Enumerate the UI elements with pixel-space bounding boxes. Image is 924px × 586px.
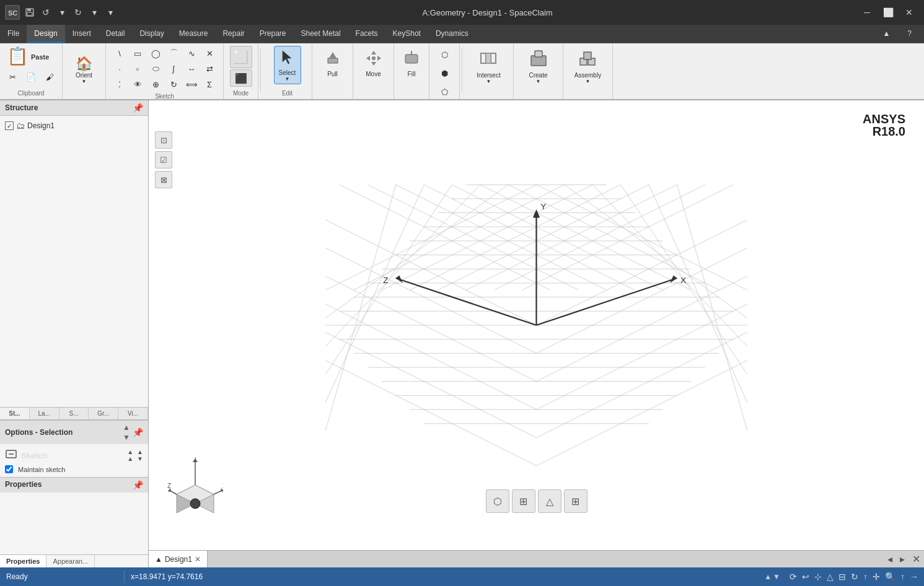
menu-facets[interactable]: Facets [348, 25, 385, 43]
menu-design[interactable]: Design [27, 25, 64, 43]
vp-options-btn[interactable]: ⊞ [564, 489, 587, 513]
status-up-arrow[interactable]: ▲ [764, 572, 772, 581]
scroll-right-up[interactable]: ▲ [137, 448, 143, 455]
viewport-canvas[interactable]: ANSYS R18.0 [149, 100, 924, 550]
copy-button[interactable]: 📄 [22, 69, 40, 84]
edit-extra-btn1[interactable]: ⬡ [433, 46, 455, 63]
save-button[interactable] [22, 5, 37, 20]
format-painter-button[interactable]: 🖌 [41, 69, 58, 84]
sketch-arc1-button[interactable]: ⌒ [165, 46, 182, 61]
status-rotate-icon[interactable]: ⟳ [788, 572, 799, 582]
scroll-down-arrow[interactable]: ▼ [123, 433, 130, 442]
assembly-button[interactable]: Assembly ▼ [571, 46, 605, 87]
status-up2-icon[interactable]: ↑ [899, 572, 907, 582]
options-pin-icon[interactable]: 📌 [133, 427, 143, 437]
select-button[interactable]: Select ▼ [274, 46, 301, 84]
sketch-dot-button[interactable]: ⁚ [111, 77, 128, 92]
viewport-icon-3[interactable]: ⊠ [155, 171, 172, 188]
sketch-point-button[interactable]: · [111, 61, 128, 76]
collapse-up[interactable]: ▲ [127, 448, 133, 455]
tab-structure[interactable]: St... [0, 408, 30, 419]
status-cross-icon[interactable]: ✛ [871, 572, 882, 582]
menu-sheet-metal[interactable]: Sheet Metal [294, 25, 348, 43]
status-arrow-icon[interactable]: → [908, 572, 920, 582]
sketch-sigma-button[interactable]: Σ [201, 77, 218, 92]
sketch-extend-button[interactable]: ↔ [183, 61, 200, 76]
menu-prepare[interactable]: Prepare [252, 25, 294, 43]
scroll-right-down[interactable]: ▼ [137, 455, 143, 462]
orient-button[interactable]: 🏠 Orient ▼ [71, 46, 98, 95]
tab-nav-prev[interactable]: ◂ [884, 553, 896, 565]
maintain-sketch-checkbox[interactable] [5, 465, 13, 473]
bottom-tab-appearance[interactable]: Appearan... [46, 555, 95, 567]
menu-help[interactable]: ? [900, 29, 919, 39]
collapse-down[interactable]: ▲ [127, 455, 133, 462]
sketch-rect-button[interactable]: ▭ [129, 46, 146, 61]
sketch-trim-button[interactable]: ✕ [201, 46, 218, 61]
tab-views[interactable]: Vi... [118, 408, 148, 419]
nav-cube[interactable]: Y X Z [167, 457, 223, 513]
sketch-mirror-button[interactable]: ⟺ [183, 77, 200, 92]
sketch-offset-button[interactable]: ⇄ [201, 61, 218, 76]
status-up-icon[interactable]: △ [825, 572, 835, 582]
viewport-icon-2[interactable]: ☑ [155, 151, 172, 168]
vp-display-btn[interactable]: ⬡ [486, 489, 509, 513]
move-button[interactable]: Move [360, 46, 387, 81]
sketch-spline-button[interactable]: ∿ [183, 46, 200, 61]
design1-tree-item[interactable]: ✓ 🗂 Design1 [5, 120, 143, 132]
customize-qat[interactable]: ▾ [103, 5, 118, 20]
sketch-circle-button[interactable]: ◯ [147, 46, 164, 61]
status-cursor-icon[interactable]: ⊹ [812, 572, 824, 582]
status-select-icon[interactable]: ⊟ [837, 572, 848, 582]
mode-btn1[interactable]: ⬜ [230, 46, 252, 68]
design1-tab[interactable]: ▲ Design1 ✕ [149, 551, 208, 567]
tab-groups[interactable]: Gr... [89, 408, 118, 419]
status-move-icon[interactable]: ↑ [861, 572, 869, 582]
menu-display[interactable]: Display [132, 25, 171, 43]
menu-measure[interactable]: Measure [172, 25, 216, 43]
redo-button[interactable]: ↻ [71, 5, 86, 20]
menu-expand[interactable]: ▲ [875, 29, 897, 39]
viewport-icon-1[interactable]: ⊡ [155, 131, 172, 149]
pin-icon[interactable]: 📌 [133, 103, 143, 113]
menu-insert[interactable]: Insert [65, 25, 99, 43]
sketch-line-button[interactable]: \ [111, 46, 128, 61]
edit-extra-btn2[interactable]: ⬢ [433, 64, 455, 82]
tab-close-btn[interactable]: ✕ [195, 555, 201, 564]
create-button[interactable]: Create ▼ [525, 46, 552, 87]
mode-btn2[interactable]: ⬛ [230, 69, 252, 87]
sketch-ellipse-button[interactable]: ⬭ [147, 61, 164, 76]
sketch-arc2-button[interactable]: ∫ [165, 61, 182, 76]
tab-selection[interactable]: S... [59, 408, 89, 419]
menu-dynamics[interactable]: Dynamics [428, 25, 476, 43]
sketch-eye-button[interactable]: 👁 [129, 77, 146, 92]
status-rotate2-icon[interactable]: ↻ [849, 572, 860, 582]
design1-checkbox[interactable]: ✓ [5, 121, 14, 130]
restore-button[interactable]: ⬜ [878, 5, 898, 20]
menu-repair[interactable]: Repair [215, 25, 252, 43]
undo-dropdown[interactable]: ▾ [55, 5, 69, 20]
paste-button[interactable]: 📋 Paste [4, 46, 52, 68]
tab-layers[interactable]: La... [30, 408, 59, 419]
sketch-rect2-button[interactable]: ▫ [129, 61, 146, 76]
intersect-button[interactable]: Intersect ▼ [473, 46, 504, 87]
properties-pin-icon[interactable]: 📌 [133, 480, 143, 490]
vp-wireframe-btn[interactable]: ⊞ [512, 489, 535, 513]
sketch-rotate-button[interactable]: ↻ [165, 77, 182, 92]
redo-dropdown[interactable]: ▾ [87, 5, 102, 20]
tab-nav-next[interactable]: ▸ [896, 553, 909, 565]
edit-extra-btn3[interactable]: ⬠ [433, 83, 455, 100]
cut-button[interactable]: ✂ [4, 69, 21, 84]
vp-sketch-btn[interactable]: △ [538, 489, 561, 513]
fill-button[interactable]: Fill [398, 46, 425, 81]
status-down-arrow[interactable]: ▼ [773, 572, 780, 581]
menu-file[interactable]: File [0, 25, 27, 43]
pull-button[interactable]: Pull [319, 46, 346, 81]
scroll-up-arrow[interactable]: ▲ [123, 423, 130, 432]
close-button[interactable]: ✕ [899, 5, 919, 20]
menu-keyshot[interactable]: KeyShot [385, 25, 428, 43]
status-undo-icon[interactable]: ↩ [800, 572, 811, 582]
minimize-button[interactable]: ─ [857, 5, 877, 20]
undo-button[interactable]: ↺ [38, 5, 53, 20]
status-search-icon[interactable]: 🔍 [883, 572, 897, 582]
